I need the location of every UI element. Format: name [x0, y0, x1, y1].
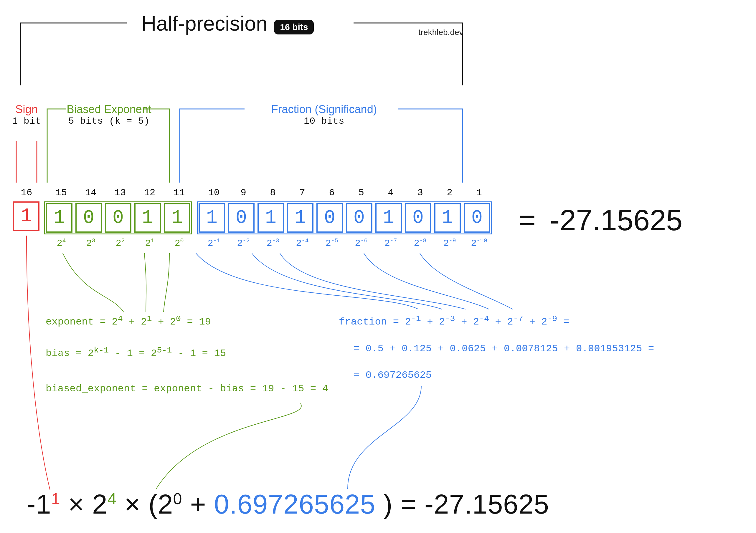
sign-label: Sign: [15, 103, 38, 116]
bit-index: 1: [464, 187, 494, 198]
exponent-calc: exponent = 24 + 21 + 20 = 19 bias = 2k-1…: [46, 312, 328, 397]
bit-index: 15: [46, 187, 76, 198]
frac-bit: 1: [375, 203, 402, 233]
decimal-value: -27.15625: [550, 203, 682, 237]
bit-index: 4: [376, 187, 405, 198]
sign-bit: 1: [13, 201, 40, 231]
bit-index: 9: [229, 187, 258, 198]
frac-bit: 0: [316, 203, 343, 233]
exponent-sub: 5 bits (k = 5): [68, 116, 150, 127]
bit-weight: 2-10: [464, 237, 494, 249]
bit-weight: 2-5: [317, 237, 346, 249]
exponent-label: Biased Exponent: [67, 103, 151, 116]
exp-bit: 1: [164, 203, 190, 233]
bit-weight: [12, 237, 41, 249]
bit-weight: 2-6: [346, 237, 376, 249]
frac-bit: 1: [287, 203, 313, 233]
exp-bit: 1: [46, 203, 72, 233]
bit-weight: 24: [46, 237, 76, 249]
bit-weight: 20: [164, 237, 194, 249]
fraction-calc: fraction = 2-1 + 2-3 + 2-4 + 2-7 + 2-9 =…: [339, 312, 654, 383]
final-formula: -11 × 24 × (20 + 0.697265625 ) = -27.156…: [27, 489, 549, 520]
exp-bit: 1: [134, 203, 161, 233]
bit-index: 8: [258, 187, 287, 198]
fraction-sub: 10 bits: [304, 116, 344, 127]
bit-weight: 23: [76, 237, 105, 249]
bit-index: 3: [405, 187, 435, 198]
fraction-label: Fraction (Significand): [271, 103, 377, 116]
page-title: Half-precision: [141, 12, 267, 35]
exponent-bits-group: 1 0 0 1 1: [44, 201, 192, 234]
frac-bit: 0: [405, 203, 431, 233]
bit-weight: 2-8: [405, 237, 435, 249]
bits-badge: 16 bits: [274, 20, 314, 35]
frac-bit: 1: [434, 203, 461, 233]
bit-index: 7: [287, 187, 317, 198]
bit-weight: 2-2: [229, 237, 258, 249]
sign-sub: 1 bit: [12, 116, 41, 127]
bit-weight: 2-3: [258, 237, 287, 249]
bit-index: 11: [164, 187, 194, 198]
bit-weight: 2-9: [435, 237, 464, 249]
exp-bit: 0: [105, 203, 131, 233]
frac-bit: 0: [228, 203, 255, 233]
exp-bit: 0: [75, 203, 102, 233]
bit-weight: 2-7: [376, 237, 405, 249]
frac-bit: 1: [257, 203, 284, 233]
bit-weight: 2-4: [287, 237, 317, 249]
bit-index: 14: [76, 187, 105, 198]
bit-weight: 21: [135, 237, 164, 249]
frac-bit: 0: [464, 203, 490, 233]
bit-index: 12: [135, 187, 164, 198]
bit-index: 6: [317, 187, 346, 198]
bit-index: 5: [346, 187, 376, 198]
bit-index: 10: [199, 187, 229, 198]
frac-bit: 1: [199, 203, 225, 233]
fraction-bits-group: 1 0 1 1 0 0 1 0 1 0: [197, 201, 492, 234]
frac-bit: 0: [346, 203, 372, 233]
attribution: trekhleb.dev: [418, 28, 463, 37]
bit-index: 2: [435, 187, 464, 198]
equals-sign: =: [519, 203, 536, 237]
bit-weight: 22: [105, 237, 135, 249]
bit-weight: 2-1: [199, 237, 229, 249]
bit-index: 16: [12, 187, 41, 198]
bit-index: 13: [105, 187, 135, 198]
